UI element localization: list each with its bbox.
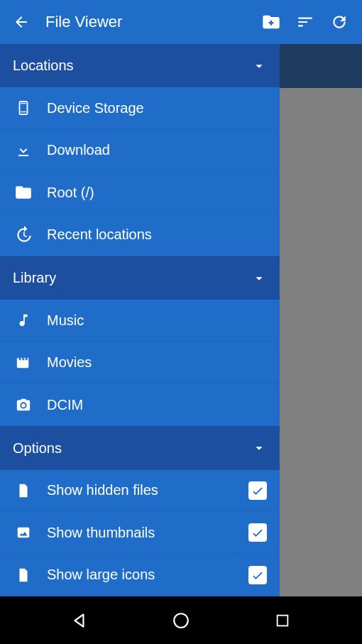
drawer-item-download[interactable]: Download <box>0 130 280 172</box>
image-icon <box>15 525 32 540</box>
triangle-back-icon <box>70 611 89 630</box>
arrow-back-icon <box>13 13 30 31</box>
camera-icon <box>14 397 33 413</box>
drawer-item-root[interactable]: Root (/) <box>0 172 280 214</box>
phone-icon <box>16 98 31 118</box>
drawer-item-device-storage[interactable]: Device Storage <box>0 87 280 129</box>
svg-rect-8 <box>278 615 288 626</box>
circle-home-icon <box>172 611 190 630</box>
back-button[interactable] <box>6 6 37 38</box>
file-icon <box>16 481 31 500</box>
drawer-item-label: Root (/) <box>47 185 267 201</box>
refresh-icon <box>330 13 349 31</box>
drawer-item-label: Show hidden files <box>47 482 248 498</box>
chevron-down-icon <box>251 440 267 456</box>
sort-button[interactable] <box>288 6 322 38</box>
checkbox-show-thumbnails[interactable] <box>248 523 267 542</box>
svg-point-7 <box>174 613 188 628</box>
system-navbar <box>0 596 362 644</box>
new-folder-button[interactable] <box>254 6 288 38</box>
drawer-item-label: Recent locations <box>47 227 267 243</box>
screen: File Viewer Locations <box>0 0 362 644</box>
drawer-item-dcim[interactable]: DCIM <box>0 384 280 426</box>
drawer-item-show-thumbnails[interactable]: Show thumbnails <box>0 512 280 554</box>
drawer-item-movies[interactable]: Movies <box>0 342 280 384</box>
section-options-header[interactable]: Options <box>0 426 280 469</box>
history-icon <box>14 226 33 244</box>
nav-back-button[interactable] <box>58 606 101 635</box>
section-header-label: Library <box>13 270 251 286</box>
download-icon <box>15 142 32 159</box>
drawer-item-show-hidden[interactable]: Show hidden files <box>0 470 280 512</box>
checkbox-show-large-icons[interactable] <box>248 566 267 584</box>
drawer-item-label: Music <box>47 312 267 329</box>
navigation-drawer: Locations Device Storage Download Root (… <box>0 44 280 596</box>
svg-rect-6 <box>18 528 30 538</box>
new-folder-icon <box>261 12 281 32</box>
nav-recent-button[interactable] <box>261 606 304 635</box>
drawer-item-label: Show thumbnails <box>47 525 248 541</box>
movie-icon <box>14 355 33 371</box>
check-icon <box>251 525 265 540</box>
square-recent-icon <box>275 613 290 628</box>
drawer-item-recent-locations[interactable]: Recent locations <box>0 214 280 256</box>
app-area: File Viewer Locations <box>0 0 362 596</box>
section-library-header[interactable]: Library <box>0 256 280 300</box>
drawer-item-show-large-icons[interactable]: Show large icons <box>0 555 280 596</box>
toolbar: File Viewer <box>0 0 362 44</box>
section-header-label: Options <box>13 440 251 457</box>
section-locations-header[interactable]: Locations <box>0 44 280 87</box>
chevron-down-icon <box>251 58 267 74</box>
drawer-item-label: DCIM <box>47 397 267 413</box>
nav-home-button[interactable] <box>160 606 202 635</box>
music-note-icon <box>16 311 31 329</box>
toolbar-title: File Viewer <box>45 13 122 31</box>
check-icon <box>251 484 265 498</box>
folder-icon <box>14 183 33 202</box>
svg-rect-1 <box>269 22 274 23</box>
chevron-down-icon <box>251 271 267 286</box>
drawer-item-label: Show large icons <box>47 567 248 583</box>
sort-icon <box>296 13 314 31</box>
checkbox-show-hidden[interactable] <box>248 481 267 500</box>
drawer-item-label: Download <box>47 142 267 158</box>
section-header-label: Locations <box>13 58 251 74</box>
drawer-item-music[interactable]: Music <box>0 300 280 342</box>
check-icon <box>251 568 265 582</box>
refresh-button[interactable] <box>322 6 356 38</box>
file-icon <box>16 566 31 584</box>
drawer-item-label: Movies <box>47 354 267 371</box>
drawer-item-label: Device Storage <box>47 100 267 116</box>
